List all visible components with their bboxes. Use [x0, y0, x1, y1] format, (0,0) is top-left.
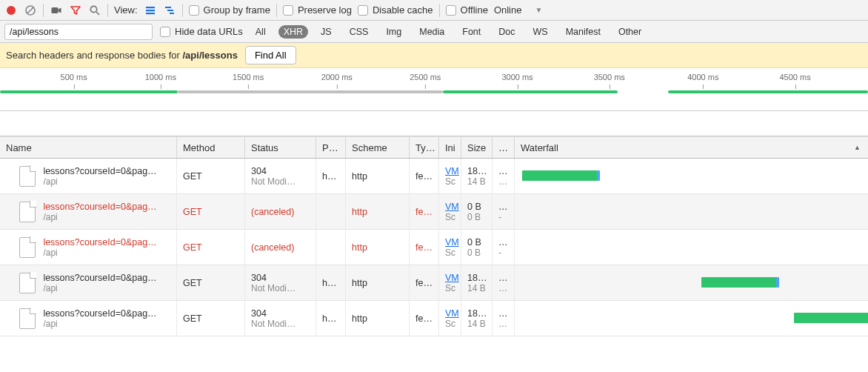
col-scheme[interactable]: Scheme: [346, 137, 410, 158]
cell-status: 304Not Modi…: [245, 265, 316, 300]
timeline-tick: 3500 ms: [594, 73, 625, 82]
cell-name: lessons?courseId=0&pag…/api: [0, 159, 177, 193]
col-time[interactable]: …: [493, 137, 515, 158]
throttling-select[interactable]: Online ▼: [494, 4, 545, 16]
col-status[interactable]: Status: [245, 137, 316, 158]
col-size[interactable]: Size: [461, 137, 493, 158]
filter-type-img[interactable]: Img: [381, 25, 407, 39]
separator: [439, 4, 440, 17]
waterfall-bar: [522, 170, 597, 181]
svg-point-0: [7, 6, 16, 15]
record-button[interactable]: [4, 4, 18, 17]
col-type[interactable]: Ty…: [410, 137, 439, 158]
col-name[interactable]: Name: [0, 137, 177, 158]
initiator-link[interactable]: VM: [445, 273, 455, 283]
filter-type-xhr[interactable]: XHR: [278, 25, 308, 39]
request-row[interactable]: lessons?courseId=0&pag…/apiGET(canceled)…: [0, 194, 868, 230]
cell-name: lessons?courseId=0&pag…/api: [0, 301, 177, 336]
cell-method: GET: [177, 159, 245, 193]
timeline-overview[interactable]: 500 ms1000 ms1500 ms2000 ms2500 ms3000 m…: [0, 68, 868, 111]
request-name: lessons?courseId=0&pag…: [43, 202, 156, 212]
large-rows-icon[interactable]: [144, 4, 157, 17]
cell-size: 0 B0 B: [461, 194, 493, 229]
sort-ascending-icon: ▲: [854, 144, 861, 151]
filter-type-media[interactable]: Media: [414, 25, 450, 39]
search-icon[interactable]: [88, 4, 101, 17]
disable-cache-label: Disable cache: [373, 4, 433, 16]
search-banner: Search headers and response bodies for /…: [0, 43, 868, 68]
request-table-body: lessons?courseId=0&pag…/apiGET304Not Mod…: [0, 159, 868, 336]
camera-icon[interactable]: [50, 4, 63, 17]
cell-type: fe…: [410, 194, 439, 229]
cell-initiator: VMSc: [439, 301, 461, 336]
checkbox-icon: [160, 27, 170, 37]
cell-protocol: [316, 230, 346, 265]
cell-protocol: [316, 194, 346, 229]
col-waterfall[interactable]: Waterfall ▲: [515, 137, 868, 158]
filter-type-doc[interactable]: Doc: [493, 25, 520, 39]
timeline-gap: [0, 111, 868, 136]
request-row[interactable]: lessons?courseId=0&pag…/apiGET304Not Mod…: [0, 159, 868, 194]
waterfall-view-icon[interactable]: [163, 4, 176, 17]
hide-data-urls-checkbox[interactable]: Hide data URLs: [160, 26, 243, 37]
cell-time: ……: [493, 265, 515, 300]
cell-waterfall: [515, 265, 868, 300]
cell-initiator: VMSc: [439, 265, 461, 300]
preserve-log-checkbox[interactable]: Preserve log: [283, 4, 352, 16]
separator: [182, 4, 183, 17]
banner-term: /api/lessons: [183, 50, 238, 61]
request-row[interactable]: lessons?courseId=0&pag…/apiGET304Not Mod…: [0, 301, 868, 336]
svg-line-2: [27, 7, 33, 13]
initiator-link[interactable]: VM: [445, 166, 455, 176]
cell-scheme: http: [346, 230, 410, 265]
filter-type-manifest[interactable]: Manifest: [561, 25, 606, 39]
cell-time: …-: [493, 194, 515, 229]
file-icon: [19, 273, 36, 293]
timeline-tick: 2500 ms: [410, 73, 441, 82]
group-by-frame-checkbox[interactable]: Group by frame: [189, 4, 270, 16]
cell-type: fe…: [410, 265, 439, 300]
filter-type-font[interactable]: Font: [457, 25, 486, 39]
filter-type-other[interactable]: Other: [613, 25, 647, 39]
svg-rect-10: [167, 10, 173, 11]
filter-type-js[interactable]: JS: [316, 25, 337, 39]
col-method[interactable]: Method: [177, 137, 245, 158]
disable-cache-checkbox[interactable]: Disable cache: [358, 4, 433, 16]
filter-type-css[interactable]: CSS: [344, 25, 374, 39]
request-row[interactable]: lessons?courseId=0&pag…/apiGET304Not Mod…: [0, 265, 868, 301]
timeline-tick: 1000 ms: [145, 73, 176, 82]
cell-size: 18…14 B: [461, 159, 493, 193]
svg-rect-6: [146, 7, 155, 8]
request-path: /api: [43, 319, 156, 329]
filter-icon[interactable]: [69, 4, 82, 17]
initiator-link[interactable]: VM: [445, 308, 455, 319]
initiator-link[interactable]: VM: [445, 237, 455, 248]
clear-button[interactable]: [24, 4, 37, 17]
cell-type: fe…: [410, 301, 439, 336]
cell-initiator: VMSc: [439, 159, 461, 193]
filter-type-ws[interactable]: WS: [528, 25, 553, 39]
checkbox-icon: [446, 5, 456, 16]
banner-text: Search headers and response bodies for /…: [6, 50, 238, 61]
request-row[interactable]: lessons?courseId=0&pag…/apiGET(canceled)…: [0, 230, 868, 265]
filter-input[interactable]: [4, 24, 153, 40]
timeline-tick: 4000 ms: [687, 73, 718, 82]
table-header: Name Method Status P… Scheme Ty… Ini Siz…: [0, 136, 868, 159]
cell-size: 18…14 B: [461, 301, 493, 336]
offline-label: Offline: [461, 4, 488, 16]
request-name: lessons?courseId=0&pag…: [43, 273, 156, 283]
svg-rect-8: [146, 13, 155, 14]
offline-checkbox[interactable]: Offline: [446, 4, 488, 16]
cell-scheme: http: [346, 301, 410, 336]
filter-type-all[interactable]: All: [250, 25, 271, 39]
col-initiator[interactable]: Ini: [439, 137, 461, 158]
request-name: lessons?courseId=0&pag…: [43, 166, 156, 176]
cell-protocol: h…: [316, 265, 346, 300]
cell-name: lessons?courseId=0&pag…/api: [0, 265, 177, 300]
col-protocol[interactable]: P…: [316, 137, 346, 158]
initiator-link[interactable]: VM: [445, 202, 455, 212]
svg-rect-7: [146, 10, 155, 11]
find-all-button[interactable]: Find All: [245, 46, 296, 64]
cell-type: fe…: [410, 230, 439, 265]
separator: [107, 4, 108, 17]
